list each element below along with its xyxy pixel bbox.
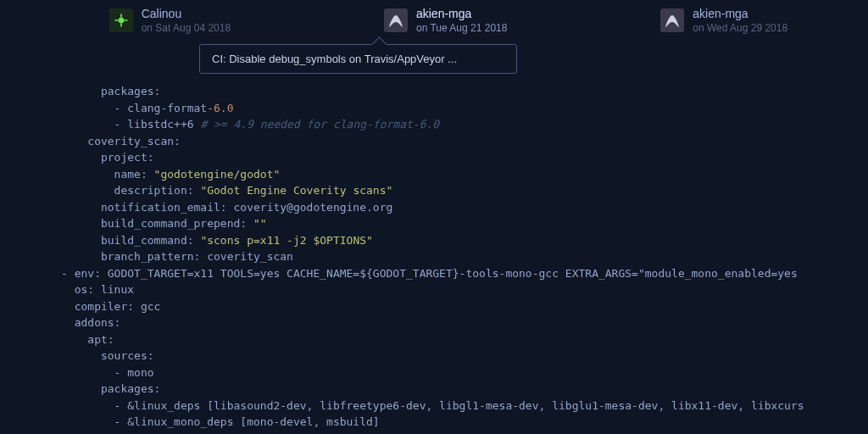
commit-message-popover[interactable]: CI: Disable debug_symbols on Travis/AppV… [199,44,517,74]
code-line: - &linux_mono_deps [mono-devel, msbuild] [61,414,868,431]
timeline-commit[interactable]: Calinouon Sat Aug 04 2018 [109,7,231,35]
code-line: packages: [61,381,868,398]
code-line: sources: [61,348,868,364]
code-line: branch_pattern: coverity_scan [61,248,868,265]
svg-point-0 [119,19,123,23]
code-line: build_command_prepend: "" [61,215,868,232]
code-line: name: "godotengine/godot" [61,166,868,183]
code-line: notification_email: coverity@godotengine… [61,199,868,216]
code-line: - libstdc++6 # >= 4.9 needed for clang-f… [61,116,868,133]
code-line: - clang-format-6.0 [61,100,868,117]
code-line: packages: [61,83,868,100]
code-line: project: [61,149,868,166]
code-line: - env: GODOT_TARGET=x11 TOOLS=yes CACHE_… [61,265,868,282]
avatar-wing-icon [660,8,684,32]
code-line: compiler: gcc [61,298,868,315]
code-line: addons: [61,314,868,331]
commit-author: Calinou [142,7,231,22]
timeline-commit[interactable]: akien-mgaon Wed Aug 29 2018 [660,7,787,35]
code-line: - env: GODOT_TARGET=x11 TOOLS=no CACHE_N… [61,431,868,435]
timeline-commit[interactable]: akien-mgaon Tue Aug 21 2018 [384,7,507,35]
commit-date: on Sat Aug 04 2018 [142,22,231,35]
commit-author: akien-mga [416,7,507,22]
code-view: packages: - clang-format-6.0 - libstdc++… [0,76,868,434]
code-line: build_command: "scons p=x11 -j2 $OPTIONS… [61,232,868,249]
avatar-wing-icon [384,8,408,32]
commit-timeline: ien-mgaWed Jul 18 2018Calinouon Sat Aug … [0,0,868,36]
code-line: coverity_scan: [61,133,868,150]
commit-author: akien-mga [693,7,787,22]
code-line: - &linux_deps [libasound2-dev, libfreety… [61,398,868,415]
avatar-grid-icon [109,8,133,32]
code-line: - mono [61,364,868,381]
commit-date: on Wed Aug 29 2018 [693,22,787,35]
code-line: apt: [61,331,868,348]
code-line: os: linux [61,281,868,298]
code-line: description: "Godot Engine Coverity scan… [61,182,868,199]
commit-date: on Tue Aug 21 2018 [416,22,507,35]
